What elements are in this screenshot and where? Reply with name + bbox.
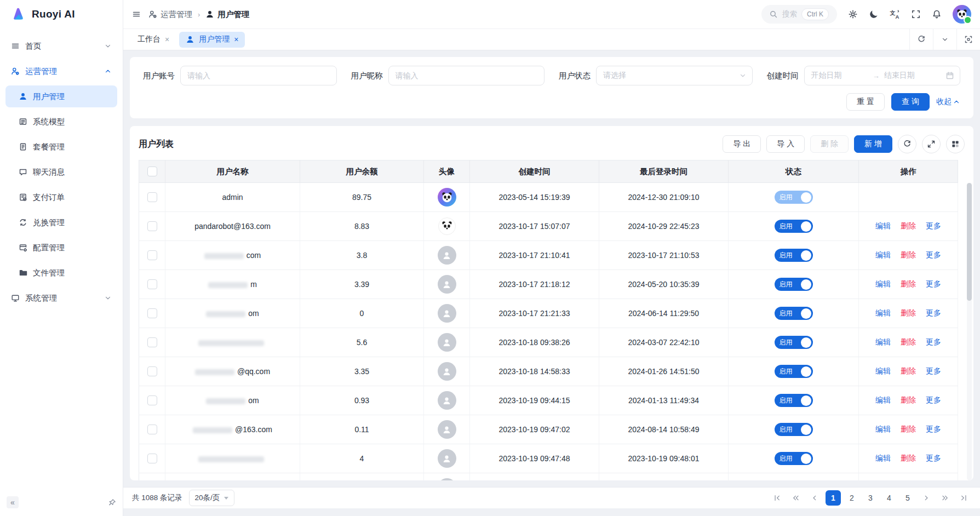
tab-user-management[interactable]: 用户管理 × (179, 32, 245, 48)
delete-link[interactable]: 删除 (901, 337, 916, 346)
status-toggle[interactable]: 启用 (775, 278, 813, 291)
status-toggle[interactable]: 启用 (775, 249, 813, 262)
edit-link[interactable]: 编辑 (875, 366, 891, 375)
tab-menu-button[interactable] (933, 29, 956, 50)
user-avatar[interactable] (953, 5, 971, 24)
global-search[interactable]: 搜索 Ctrl K (761, 5, 837, 24)
language-icon[interactable]: 文A (890, 9, 900, 20)
sidebar-item-chat-messages[interactable]: 聊天消息 (5, 161, 117, 183)
more-link[interactable]: 更多 (926, 221, 941, 230)
theme-moon-icon[interactable] (869, 9, 879, 19)
brand[interactable]: Ruoyi AI (0, 0, 123, 28)
more-link[interactable]: 更多 (926, 425, 941, 433)
delete-button[interactable]: 删 除 (810, 135, 849, 153)
row-checkbox[interactable] (147, 454, 157, 463)
pagination-first-button[interactable] (770, 490, 785, 506)
more-link[interactable]: 更多 (926, 337, 941, 346)
status-toggle[interactable]: 启用 (775, 220, 813, 233)
menu-toggle-icon[interactable] (132, 10, 141, 19)
status-toggle[interactable]: 启用 (775, 452, 813, 465)
select-all-checkbox[interactable] (147, 167, 157, 176)
pagination-fwd5-button[interactable] (937, 490, 953, 506)
edit-link[interactable]: 编辑 (875, 221, 891, 230)
tab-fullscreen-button[interactable] (956, 29, 980, 50)
created-date-range[interactable]: 开始日期 → 结束日期 (804, 66, 961, 85)
more-link[interactable]: 更多 (926, 308, 941, 317)
more-link[interactable]: 更多 (926, 454, 941, 462)
tab-refresh-button[interactable] (909, 29, 933, 50)
pagination-prev-button[interactable] (807, 490, 822, 506)
edit-link[interactable]: 编辑 (875, 425, 891, 433)
pagination-page-4[interactable]: 4 (881, 490, 897, 506)
pagination-last-button[interactable] (956, 490, 971, 506)
more-link[interactable]: 更多 (926, 250, 941, 259)
pagination-page-1[interactable]: 1 (826, 490, 841, 506)
sidebar-item-payment-orders[interactable]: 支付订单 (5, 186, 117, 208)
reset-button[interactable]: 重 置 (846, 93, 885, 111)
settings-icon[interactable] (848, 9, 858, 19)
more-link[interactable]: 更多 (926, 279, 941, 288)
row-checkbox[interactable] (147, 250, 157, 260)
row-checkbox[interactable] (147, 337, 157, 347)
row-checkbox[interactable] (147, 192, 157, 202)
delete-link[interactable]: 删除 (901, 279, 916, 288)
row-checkbox[interactable] (147, 221, 157, 231)
table-scrollbar[interactable] (967, 183, 972, 480)
pagination-page-5[interactable]: 5 (900, 490, 915, 506)
edit-link[interactable]: 编辑 (875, 279, 891, 288)
pagination-back5-button[interactable] (788, 490, 804, 506)
account-input[interactable] (180, 66, 337, 85)
pagination-page-3[interactable]: 3 (863, 490, 878, 506)
notifications-icon[interactable] (932, 9, 942, 19)
pagination-page-2[interactable]: 2 (844, 490, 859, 506)
delete-link[interactable]: 删除 (901, 425, 916, 433)
edit-link[interactable]: 编辑 (875, 308, 891, 317)
status-toggle[interactable]: 启用 (775, 423, 813, 436)
row-checkbox[interactable] (147, 425, 157, 434)
more-link[interactable]: 更多 (926, 395, 941, 404)
delete-link[interactable]: 删除 (901, 395, 916, 404)
sidebar-item-file-management[interactable]: 文件管理 (5, 262, 117, 284)
status-toggle[interactable]: 启用 (775, 336, 813, 349)
refresh-table-button[interactable] (898, 135, 916, 153)
sidebar-item-system-model[interactable]: 系统模型 (5, 111, 117, 133)
sidebar-item-system-management[interactable]: 系统管理 (5, 287, 117, 309)
query-button[interactable]: 查 询 (891, 93, 930, 111)
more-link[interactable]: 更多 (926, 366, 941, 375)
expand-table-button[interactable] (922, 135, 941, 153)
sidebar-item-operations[interactable]: 运营管理 (5, 60, 117, 82)
scrollbar-thumb[interactable] (967, 183, 972, 301)
close-icon[interactable]: × (165, 35, 169, 44)
delete-link[interactable]: 删除 (901, 308, 916, 317)
delete-link[interactable]: 删除 (901, 250, 916, 259)
status-select[interactable]: 请选择 (596, 66, 753, 85)
delete-link[interactable]: 删除 (901, 454, 916, 462)
row-checkbox[interactable] (147, 279, 157, 289)
import-button[interactable]: 导 入 (766, 135, 805, 153)
close-icon[interactable]: × (234, 35, 238, 44)
tab-workbench[interactable]: 工作台 × (131, 32, 176, 48)
sidebar-item-exchange-management[interactable]: 兑换管理 (5, 211, 117, 233)
status-toggle[interactable]: 启用 (775, 191, 813, 204)
status-toggle[interactable]: 启用 (775, 307, 813, 320)
pagination-next-button[interactable] (919, 490, 934, 506)
fullscreen-icon[interactable] (911, 9, 921, 19)
breadcrumb-user-management[interactable]: 用户管理 (205, 9, 249, 20)
delete-link[interactable]: 删除 (901, 366, 916, 375)
delete-link[interactable]: 删除 (901, 221, 916, 230)
column-settings-button[interactable] (946, 135, 965, 153)
status-toggle[interactable]: 启用 (775, 365, 813, 378)
status-toggle[interactable]: 启用 (775, 394, 813, 407)
add-button[interactable]: 新 增 (854, 135, 892, 153)
nickname-input[interactable] (388, 66, 545, 85)
edit-link[interactable]: 编辑 (875, 337, 891, 346)
sidebar-item-config-management[interactable]: 配置管理 (5, 237, 117, 259)
breadcrumb-operations[interactable]: 运营管理 (148, 9, 192, 20)
sidebar-item-home[interactable]: 首页 (5, 35, 117, 57)
row-checkbox[interactable] (147, 308, 157, 318)
row-checkbox[interactable] (147, 366, 157, 376)
row-checkbox[interactable] (147, 395, 157, 405)
edit-link[interactable]: 编辑 (875, 250, 891, 259)
edit-link[interactable]: 编辑 (875, 454, 891, 462)
sidebar-collapse-button[interactable]: « (7, 496, 19, 508)
